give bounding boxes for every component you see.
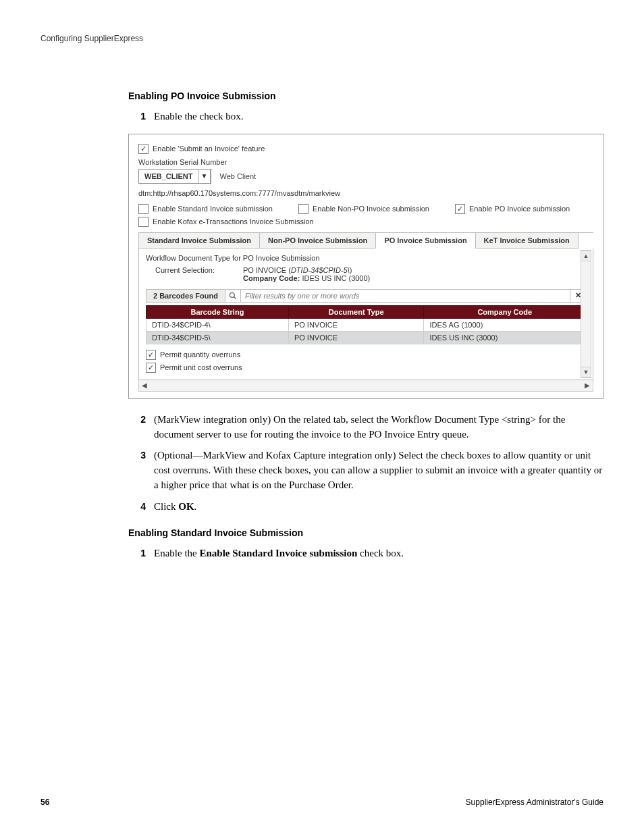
tab-standard[interactable]: Standard Invoice Submission	[138, 233, 259, 249]
current-selection-text: PO INVOICE (	[243, 266, 291, 274]
checkbox-permit-unit-cost[interactable]: ✓ Permit unit cost overruns	[146, 363, 242, 373]
tabs: Standard Invoice Submission Non-PO Invoi…	[138, 232, 593, 249]
svg-line-1	[234, 296, 236, 298]
cell-company: IDES AG (1000)	[424, 318, 586, 331]
step-1b-post: check box.	[357, 548, 404, 558]
company-code-value: IDES US INC (3000)	[300, 274, 370, 282]
step-number: 1	[128, 546, 154, 560]
checkbox-enable-kofax[interactable]: Enable Kofax e-Transactions Invoice Subm…	[138, 217, 314, 227]
cell-doctype: PO INVOICE	[288, 331, 424, 344]
checkbox-label: Permit quantity overruns	[160, 350, 240, 359]
workflow-doc-type-label: Workflow Document Type for PO Invoice Su…	[146, 254, 586, 262]
col-company-code[interactable]: Company Code	[424, 305, 586, 318]
tab-po[interactable]: PO Invoice Submission	[375, 233, 475, 249]
step-1-text: Enable the check box.	[154, 109, 603, 124]
tab-body-po: ▲ ▼ Workflow Document Type for PO Invoic…	[138, 249, 593, 380]
checkbox-label: Enable Kofax e-Transactions Invoice Subm…	[153, 217, 314, 226]
chevron-down-icon: ▼	[199, 170, 211, 183]
checkbox-icon	[298, 204, 308, 214]
scrollbar-vertical[interactable]: ▲ ▼	[581, 250, 591, 378]
workstation-description: Web Client	[213, 172, 263, 180]
company-code-label: Company Code:	[243, 274, 300, 282]
check-icon: ✓	[455, 204, 465, 214]
table-row[interactable]: DTID-34$CPID-5\ PO INVOICE IDES US INC (…	[146, 331, 586, 344]
col-barcode-string[interactable]: Barcode String	[146, 305, 289, 318]
checkbox-label: Enable Standard Invoice submission	[153, 205, 273, 213]
page-footer: 56 SupplierExpress Administrator's Guide	[41, 798, 603, 807]
workstation-value: WEB_CLIENT	[139, 170, 199, 183]
cell-barcode: DTID-34$CPID-5\	[146, 331, 289, 344]
cell-doctype: PO INVOICE	[288, 318, 424, 331]
step-number: 4	[128, 500, 154, 513]
check-icon: ✓	[146, 363, 156, 373]
checkbox-label: Enable PO Invoice submission	[469, 205, 570, 213]
tab-ket[interactable]: KeT Invoice Submission	[475, 233, 579, 249]
step-1b-text: Enable the Enable Standard Invoice submi…	[154, 546, 603, 561]
running-header: Configuring SupplierExpress	[41, 34, 603, 43]
checkbox-icon	[138, 204, 149, 214]
checkbox-permit-quantity[interactable]: ✓ Permit quantity overruns	[146, 350, 240, 360]
scroll-up-icon[interactable]: ▲	[581, 251, 591, 261]
cell-company: IDES US INC (3000)	[424, 331, 586, 344]
checkbox-enable-po[interactable]: ✓ Enable PO Invoice submission	[455, 204, 570, 214]
barcode-table: Barcode String Document Type Company Cod…	[146, 305, 586, 344]
heading-enabling-standard: Enabling Standard Invoice Submission	[128, 527, 603, 538]
enable-standard-label: Enable Standard Invoice submission	[199, 548, 357, 558]
checkbox-enable-submit-invoice[interactable]: ✓ Enable 'Submit an Invoice' feature	[138, 144, 265, 154]
scrollbar-horizontal[interactable]: ◀ ▶	[138, 380, 593, 392]
step-2-text: (MarkView integration only) On the relat…	[154, 413, 603, 442]
workstation-label: Workstation Serial Number	[138, 158, 593, 166]
col-document-type[interactable]: Document Type	[288, 305, 424, 318]
table-row[interactable]: DTID-34$CPID-4\ PO INVOICE IDES AG (1000…	[146, 318, 586, 331]
checkbox-enable-nonpo[interactable]: Enable Non-PO Invoice submission	[298, 204, 429, 214]
checkbox-label: Enable Non-PO Invoice submission	[313, 205, 429, 213]
barcodes-found-count: 2 Barcodes Found	[146, 289, 225, 303]
checkbox-label: Permit unit cost overruns	[160, 363, 242, 371]
screenshot-figure: ✓ Enable 'Submit an Invoice' feature Wor…	[128, 134, 603, 399]
ok-label: OK	[178, 501, 194, 512]
checkbox-label: Enable 'Submit an Invoice' feature	[153, 145, 265, 153]
scroll-down-icon[interactable]: ▼	[581, 367, 591, 377]
tab-nonpo[interactable]: Non-PO Invoice Submission	[259, 233, 375, 249]
search-icon	[225, 289, 241, 303]
check-icon: ✓	[146, 350, 156, 360]
current-selection-id: DTID-34$CPID-5\	[291, 266, 350, 274]
step-4-pre: Click	[154, 501, 178, 512]
dtm-url: dtm:http://rhsap60.170systems.com:7777/m…	[138, 189, 593, 197]
step-1b-pre: Enable the	[154, 548, 199, 558]
current-selection-value: PO INVOICE (DTID-34$CPID-5\) Company Cod…	[243, 266, 370, 282]
current-selection-label: Current Selection:	[155, 266, 230, 282]
scroll-right-icon[interactable]: ▶	[582, 382, 593, 389]
page-number: 56	[41, 798, 49, 807]
heading-enabling-po: Enabling PO Invoice Submission	[128, 90, 603, 101]
scroll-left-icon[interactable]: ◀	[139, 382, 150, 389]
guide-title: SupplierExpress Administrator's Guide	[466, 798, 603, 807]
checkbox-icon	[138, 217, 149, 227]
svg-point-0	[230, 292, 234, 297]
step-3-text: (Optional—MarkView and Kofax Capture int…	[154, 448, 603, 492]
step-4-text: Click OK.	[154, 500, 603, 515]
workstation-select[interactable]: WEB_CLIENT ▼	[138, 169, 211, 184]
current-selection-text: )	[350, 266, 352, 274]
filter-input[interactable]	[241, 289, 570, 303]
cell-barcode: DTID-34$CPID-4\	[146, 318, 289, 331]
step-number: 2	[128, 413, 154, 426]
check-icon: ✓	[138, 144, 149, 154]
step-number: 1	[128, 109, 154, 123]
checkbox-enable-standard[interactable]: Enable Standard Invoice submission	[138, 204, 273, 214]
step-4-post: .	[194, 501, 197, 512]
step-number: 3	[128, 448, 154, 462]
